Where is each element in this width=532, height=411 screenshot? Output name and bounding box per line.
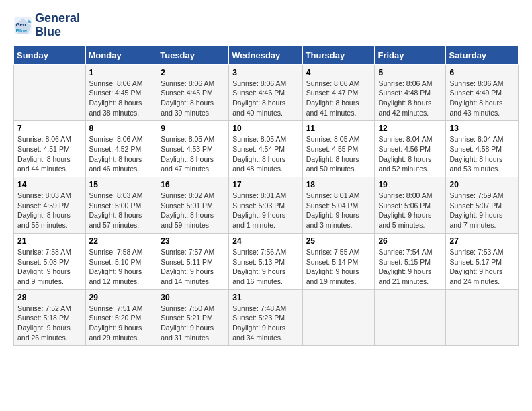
day-number: 13	[449, 124, 515, 133]
calendar-cell: 27Sunrise: 7:53 AM Sunset: 5:17 PM Dayli…	[446, 233, 519, 289]
day-number: 26	[378, 236, 442, 246]
day-number: 21	[17, 236, 82, 246]
day-detail: Sunrise: 8:03 AM Sunset: 4:59 PM Dayligh…	[17, 191, 82, 230]
calendar-cell: 26Sunrise: 7:54 AM Sunset: 5:15 PM Dayli…	[375, 233, 446, 289]
calendar-cell: 13Sunrise: 8:04 AM Sunset: 4:58 PM Dayli…	[446, 121, 519, 177]
day-number: 12	[378, 124, 442, 133]
logo-icon: Gen Blue	[13, 16, 32, 35]
calendar-week-5: 28Sunrise: 7:52 AM Sunset: 5:18 PM Dayli…	[14, 289, 519, 346]
day-detail: Sunrise: 7:51 AM Sunset: 5:20 PM Dayligh…	[89, 304, 154, 343]
calendar-cell: 1Sunrise: 8:06 AM Sunset: 4:45 PM Daylig…	[85, 64, 157, 121]
day-number: 27	[449, 236, 515, 246]
day-detail: Sunrise: 7:53 AM Sunset: 5:17 PM Dayligh…	[449, 247, 515, 287]
weekday-header-friday: Friday	[375, 46, 446, 64]
calendar-cell	[302, 289, 375, 346]
calendar-cell: 23Sunrise: 7:57 AM Sunset: 5:11 PM Dayli…	[157, 233, 229, 289]
day-number: 22	[89, 236, 154, 246]
calendar-cell: 17Sunrise: 8:01 AM Sunset: 5:03 PM Dayli…	[229, 177, 302, 234]
weekday-header-sunday: Sunday	[14, 46, 86, 64]
day-detail: Sunrise: 8:05 AM Sunset: 4:54 PM Dayligh…	[232, 134, 298, 174]
day-detail: Sunrise: 7:59 AM Sunset: 5:07 PM Dayligh…	[449, 191, 515, 230]
calendar-week-3: 14Sunrise: 8:03 AM Sunset: 4:59 PM Dayli…	[14, 177, 519, 234]
day-number: 14	[17, 180, 82, 189]
header: Gen Blue General Blue	[13, 12, 519, 39]
calendar-cell: 18Sunrise: 8:01 AM Sunset: 5:04 PM Dayli…	[302, 177, 375, 234]
day-number: 3	[232, 68, 298, 77]
day-number: 16	[161, 180, 225, 189]
calendar-cell: 24Sunrise: 7:56 AM Sunset: 5:13 PM Dayli…	[229, 233, 302, 289]
day-detail: Sunrise: 7:55 AM Sunset: 5:14 PM Dayligh…	[306, 247, 371, 287]
weekday-header-monday: Monday	[85, 46, 157, 64]
day-detail: Sunrise: 8:02 AM Sunset: 5:01 PM Dayligh…	[161, 191, 225, 230]
day-detail: Sunrise: 7:58 AM Sunset: 5:10 PM Dayligh…	[89, 247, 154, 287]
day-detail: Sunrise: 8:01 AM Sunset: 5:03 PM Dayligh…	[232, 191, 298, 230]
day-detail: Sunrise: 7:56 AM Sunset: 5:13 PM Dayligh…	[232, 247, 298, 287]
calendar-cell: 20Sunrise: 7:59 AM Sunset: 5:07 PM Dayli…	[446, 177, 519, 234]
day-detail: Sunrise: 8:06 AM Sunset: 4:46 PM Dayligh…	[232, 79, 298, 118]
calendar-week-2: 7Sunrise: 8:06 AM Sunset: 4:51 PM Daylig…	[14, 121, 519, 177]
calendar-cell: 31Sunrise: 7:48 AM Sunset: 5:23 PM Dayli…	[229, 289, 302, 346]
weekday-header-thursday: Thursday	[302, 46, 375, 64]
day-detail: Sunrise: 7:57 AM Sunset: 5:11 PM Dayligh…	[161, 247, 225, 287]
logo: Gen Blue General Blue	[13, 12, 80, 39]
calendar-cell: 11Sunrise: 8:05 AM Sunset: 4:55 PM Dayli…	[302, 121, 375, 177]
calendar-cell: 30Sunrise: 7:50 AM Sunset: 5:21 PM Dayli…	[157, 289, 229, 346]
calendar-cell	[446, 289, 519, 346]
day-number: 24	[232, 236, 298, 246]
day-number: 11	[306, 124, 371, 133]
day-number: 30	[161, 293, 225, 302]
day-number: 18	[306, 180, 371, 189]
calendar-cell: 25Sunrise: 7:55 AM Sunset: 5:14 PM Dayli…	[302, 233, 375, 289]
day-detail: Sunrise: 7:48 AM Sunset: 5:23 PM Dayligh…	[232, 304, 298, 343]
day-number: 1	[89, 68, 154, 77]
calendar-cell: 10Sunrise: 8:05 AM Sunset: 4:54 PM Dayli…	[229, 121, 302, 177]
day-detail: Sunrise: 8:01 AM Sunset: 5:04 PM Dayligh…	[306, 191, 371, 230]
day-number: 23	[161, 236, 225, 246]
calendar-week-4: 21Sunrise: 7:58 AM Sunset: 5:08 PM Dayli…	[14, 233, 519, 289]
calendar-cell: 4Sunrise: 8:06 AM Sunset: 4:47 PM Daylig…	[302, 64, 375, 121]
calendar-cell: 9Sunrise: 8:05 AM Sunset: 4:53 PM Daylig…	[157, 121, 229, 177]
calendar-cell: 16Sunrise: 8:02 AM Sunset: 5:01 PM Dayli…	[157, 177, 229, 234]
day-detail: Sunrise: 7:50 AM Sunset: 5:21 PM Dayligh…	[161, 304, 225, 343]
weekday-header-tuesday: Tuesday	[157, 46, 229, 64]
calendar-cell: 28Sunrise: 7:52 AM Sunset: 5:18 PM Dayli…	[14, 289, 86, 346]
page-container: Gen Blue General Blue SundayMondayTuesda…	[0, 0, 532, 353]
calendar-cell: 6Sunrise: 8:06 AM Sunset: 4:49 PM Daylig…	[446, 64, 519, 121]
weekday-header-row: SundayMondayTuesdayWednesdayThursdayFrid…	[14, 46, 519, 64]
day-number: 5	[378, 68, 442, 77]
day-detail: Sunrise: 8:06 AM Sunset: 4:49 PM Dayligh…	[449, 79, 515, 118]
day-number: 8	[89, 124, 154, 133]
calendar-cell: 8Sunrise: 8:06 AM Sunset: 4:52 PM Daylig…	[85, 121, 157, 177]
day-detail: Sunrise: 8:03 AM Sunset: 5:00 PM Dayligh…	[89, 191, 154, 230]
calendar-cell	[375, 289, 446, 346]
day-detail: Sunrise: 8:06 AM Sunset: 4:51 PM Dayligh…	[17, 134, 82, 174]
day-number: 2	[161, 68, 225, 77]
day-detail: Sunrise: 8:06 AM Sunset: 4:47 PM Dayligh…	[306, 79, 371, 118]
day-number: 17	[232, 180, 298, 189]
calendar-cell: 5Sunrise: 8:06 AM Sunset: 4:48 PM Daylig…	[375, 64, 446, 121]
day-number: 25	[306, 236, 371, 246]
weekday-header-wednesday: Wednesday	[229, 46, 302, 64]
calendar-cell: 12Sunrise: 8:04 AM Sunset: 4:56 PM Dayli…	[375, 121, 446, 177]
day-number: 10	[232, 124, 298, 133]
calendar-cell	[14, 64, 86, 121]
day-number: 28	[17, 293, 82, 302]
calendar-table: SundayMondayTuesdayWednesdayThursdayFrid…	[13, 46, 519, 347]
calendar-cell: 15Sunrise: 8:03 AM Sunset: 5:00 PM Dayli…	[85, 177, 157, 234]
calendar-cell: 14Sunrise: 8:03 AM Sunset: 4:59 PM Dayli…	[14, 177, 86, 234]
calendar-cell: 29Sunrise: 7:51 AM Sunset: 5:20 PM Dayli…	[85, 289, 157, 346]
day-detail: Sunrise: 7:54 AM Sunset: 5:15 PM Dayligh…	[378, 247, 442, 287]
logo-text: General Blue	[35, 12, 80, 39]
day-number: 7	[17, 124, 82, 133]
day-detail: Sunrise: 7:58 AM Sunset: 5:08 PM Dayligh…	[17, 247, 82, 287]
day-number: 29	[89, 293, 154, 302]
day-detail: Sunrise: 8:06 AM Sunset: 4:48 PM Dayligh…	[378, 79, 442, 118]
day-number: 9	[161, 124, 225, 133]
calendar-cell: 19Sunrise: 8:00 AM Sunset: 5:06 PM Dayli…	[375, 177, 446, 234]
day-number: 4	[306, 68, 371, 77]
weekday-header-saturday: Saturday	[446, 46, 519, 64]
svg-text:Blue: Blue	[16, 28, 28, 34]
calendar-cell: 22Sunrise: 7:58 AM Sunset: 5:10 PM Dayli…	[85, 233, 157, 289]
day-number: 6	[449, 68, 515, 77]
day-detail: Sunrise: 8:06 AM Sunset: 4:52 PM Dayligh…	[89, 134, 154, 174]
